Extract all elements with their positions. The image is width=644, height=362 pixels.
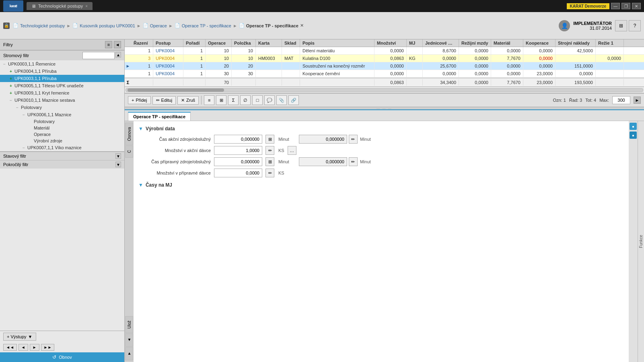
comment-btn[interactable]: 💬 [264, 95, 275, 105]
col-header-postup[interactable]: Postup [153, 39, 183, 47]
breadcrumb-item-1[interactable]: Technologické postupy [20, 23, 65, 28]
tree-item-3[interactable]: +UPK0005,1,1 Těleso UPK unašeče [0, 82, 124, 89]
tree-item-12[interactable]: −UPK0007,1,1 Víko maznice [0, 144, 124, 151]
nav-next-btn[interactable]: ► [30, 344, 39, 351]
cas-akcni-calc-btn[interactable]: ⊞ [265, 135, 274, 144]
col-header-rezijni[interactable]: Režijní mzdy [459, 39, 491, 47]
main-tab[interactable]: 🖥 Technologické postupy × [27, 2, 93, 10]
outputs-btn[interactable]: + Výstupy ▼ [3, 333, 36, 341]
tree-item-5[interactable]: −UPK0010,1,1 Maznice sestava [0, 97, 124, 104]
filter-icon-btn[interactable]: ≡ [204, 95, 214, 105]
help-btn[interactable]: ? [629, 20, 641, 31]
uloz-tab[interactable]: Ulož [125, 316, 133, 333]
table-row[interactable]: ► 1 UPK0004 1 20 20 Soustružení na koneč… [125, 62, 644, 70]
grid-view-btn[interactable]: ⊞ [615, 20, 627, 31]
filter2-icon-btn[interactable]: ⊞ [216, 95, 226, 105]
pokrocily-filtr-header[interactable]: Pokročilý filtr ▼ [0, 160, 124, 169]
col-header-poradi[interactable]: Pořadí [183, 39, 206, 47]
col-header-karta[interactable]: Karta [256, 39, 282, 47]
tree-search-input[interactable] [82, 52, 115, 59]
cas-akcni-input[interactable] [214, 135, 262, 144]
grid-hscrollbar[interactable] [125, 86, 644, 93]
tree-item-11[interactable]: Výrobní zdroje [0, 138, 124, 144]
cas-pripravny2-edit-btn[interactable]: ✏ [349, 157, 358, 166]
cas-akcni2-edit-btn[interactable]: ✏ [349, 135, 358, 144]
vyrobni-data-header[interactable]: ▼ Výrobní data [138, 126, 624, 132]
table-row[interactable]: 1 UPK0004 1 30 30 Kooperace černění 0,00… [125, 70, 644, 78]
tree-item-4[interactable]: +UPK0009,1,1 Kryt řemenice [0, 89, 124, 97]
side-btn-1[interactable]: ● [630, 123, 637, 130]
bottom-tab-operace[interactable]: Operace TP - specifikace [128, 112, 191, 121]
nav-first-btn[interactable]: ◄◄ [3, 344, 17, 351]
casy-header[interactable]: ▼ Časy na MJ [138, 182, 624, 188]
c-tab[interactable]: C [125, 146, 133, 157]
col-header-rezie[interactable]: Režie 1 [596, 39, 624, 47]
minimize-btn[interactable]: — [611, 3, 620, 9]
col-header-sklad[interactable]: Sklad [282, 39, 300, 47]
panel-expand-btn[interactable]: ► [634, 97, 641, 104]
stavovy-collapse-btn[interactable]: ▼ [115, 153, 121, 159]
filters-header[interactable]: Filtry ≡ ◄ [0, 39, 124, 50]
col-header-mj[interactable]: MJ [407, 39, 423, 47]
nav-prev-btn[interactable]: ◄ [19, 344, 28, 351]
tree-filter-header[interactable]: Stromový filtr ▲ [0, 50, 124, 60]
sigma-btn[interactable]: Σ [228, 95, 239, 105]
col-header-kooperace[interactable]: Kooperace [523, 39, 556, 47]
stavovy-filtr-header[interactable]: Stavový filtr ▼ [0, 152, 124, 160]
table-row[interactable]: 1 UPK0004 1 10 10 Dělení materiálu 0,000… [125, 47, 644, 55]
mnozstvi-davce-more-btn[interactable]: … [288, 146, 296, 155]
side-btn-2[interactable]: ● [630, 132, 637, 139]
breadcrumb-item-2[interactable]: Kusovník postupu UPK0001 [80, 23, 135, 28]
mnozstvi-pripravne-input[interactable] [214, 169, 262, 177]
tree-collapse-btn[interactable]: ▲ [115, 52, 121, 58]
close-btn[interactable]: ✕ [632, 3, 641, 9]
col-header-popis[interactable]: Popis [300, 39, 374, 47]
tree-item-9[interactable]: Materiál [0, 125, 124, 131]
osnova-tab[interactable]: Osnova [125, 123, 133, 145]
link-btn[interactable]: 🔗 [288, 95, 299, 105]
cas-pripravny-input[interactable] [214, 157, 262, 166]
tree-item-2[interactable]: +UPK0003,1,1 Příruba [0, 75, 124, 82]
tree-item-10[interactable]: Operace [0, 131, 124, 138]
breadcrumb-close-icon[interactable]: ✕ [300, 23, 304, 28]
col-header-material[interactable]: Materiál [491, 39, 523, 47]
mnozstvi-pripravne-edit-btn[interactable]: ✏ [265, 169, 274, 177]
breadcrumb-item-3[interactable]: Operace [150, 23, 167, 28]
rect-btn[interactable]: □ [252, 95, 263, 105]
table-row[interactable]: 3 UPK0004 1 10 10 HM0003 MAT Kulatina D1… [125, 55, 644, 62]
add-btn[interactable]: + Přidej [128, 96, 151, 104]
mnozstvi-davce-input[interactable] [214, 146, 262, 155]
max-input[interactable] [612, 96, 630, 104]
cas-pripravny2-input[interactable] [299, 157, 347, 166]
breadcrumb-item-5[interactable]: Operace TP - specifikace [246, 23, 298, 28]
col-header-strojni[interactable]: Strojní náklady [556, 39, 596, 47]
attach-btn[interactable]: 📎 [276, 95, 287, 105]
edit-btn[interactable]: ✏ Edituj [152, 96, 176, 105]
hscrollbar-thumb[interactable] [128, 88, 224, 92]
tree-item-8[interactable]: Polotovary [0, 118, 124, 125]
col-header-razeni[interactable]: Řazení [131, 39, 153, 47]
cas-akcni2-input[interactable] [299, 135, 347, 144]
nav-last-btn[interactable]: ►► [41, 344, 55, 351]
cancel-btn[interactable]: ✕ Zruš [177, 96, 199, 105]
col-header-mnozstvi[interactable]: Množství [374, 39, 407, 47]
refresh-btn[interactable]: ↺ Obnov [0, 352, 124, 362]
clear-btn[interactable]: ∅ [240, 95, 251, 105]
cas-pripravny-calc-btn[interactable]: ⊞ [265, 157, 274, 166]
arrow-down-tab[interactable]: ▼ [125, 347, 133, 360]
tree-item-6[interactable]: −Polotovary [0, 104, 124, 111]
col-header-jednocove[interactable]: Jednicové mzdy [423, 39, 459, 47]
arrow-up-tab[interactable]: ▲ [125, 333, 133, 347]
hscrollbar-track[interactable] [126, 88, 643, 92]
tab-close-btn[interactable]: × [85, 4, 88, 8]
tree-item-1[interactable]: +UPK0004,1,1 Příruba [0, 68, 124, 75]
col-header-polozka[interactable]: Položka [232, 39, 256, 47]
tree-item-0[interactable]: −UPK0003,1,1 Řemenice [0, 60, 124, 68]
filter-menu-btn[interactable]: ≡ [105, 41, 112, 48]
breadcrumb-item-4[interactable]: Operace TP - specifikace [182, 23, 231, 28]
tree-item-7[interactable]: −UPK0006,1,1 Maznice [0, 111, 124, 118]
mnozstvi-davce-edit-btn[interactable]: ✏ [265, 146, 274, 155]
pokrocily-collapse-btn[interactable]: ▼ [115, 162, 121, 167]
restore-btn[interactable]: ❐ [621, 3, 630, 9]
col-header-operace[interactable]: Operace [206, 39, 232, 47]
